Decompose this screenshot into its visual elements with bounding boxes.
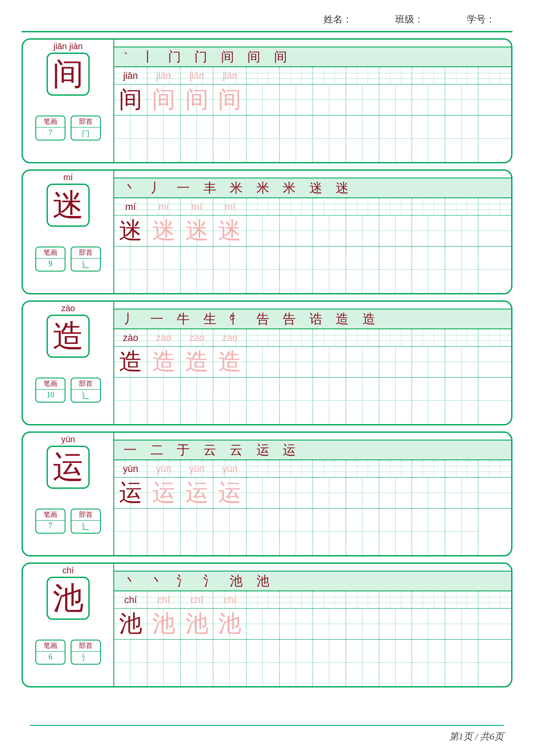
cell[interactable]: 池	[114, 609, 147, 640]
cell[interactable]	[313, 198, 346, 216]
cell[interactable]	[412, 347, 445, 378]
cell[interactable]	[445, 329, 478, 347]
cell[interactable]	[147, 247, 181, 293]
cell[interactable]	[247, 609, 280, 640]
cell[interactable]	[478, 378, 511, 424]
cell[interactable]	[114, 116, 147, 162]
cell[interactable]	[478, 478, 511, 509]
cell[interactable]	[478, 609, 511, 640]
cell[interactable]	[379, 329, 412, 347]
cell[interactable]	[379, 591, 412, 609]
cell[interactable]	[445, 198, 478, 216]
cell[interactable]: 池	[181, 609, 214, 640]
cell[interactable]: 池	[213, 609, 247, 640]
cell[interactable]	[412, 640, 445, 686]
cell[interactable]	[280, 116, 313, 162]
cell[interactable]	[445, 640, 478, 686]
cell[interactable]	[313, 67, 346, 84]
cell[interactable]	[313, 378, 346, 424]
cell[interactable]: zào	[147, 329, 181, 347]
cell[interactable]	[445, 67, 478, 84]
cell[interactable]: yùn	[213, 460, 247, 478]
cell[interactable]	[280, 329, 313, 347]
cell[interactable]	[478, 216, 511, 247]
cell[interactable]	[379, 67, 412, 84]
cell[interactable]	[379, 84, 412, 116]
cell[interactable]	[445, 509, 478, 555]
cell[interactable]	[313, 84, 346, 116]
cell[interactable]	[379, 378, 412, 424]
cell[interactable]	[114, 640, 147, 686]
cell[interactable]	[147, 640, 181, 686]
cell[interactable]	[247, 216, 280, 247]
cell[interactable]: chí	[181, 591, 214, 609]
cell[interactable]	[247, 198, 280, 216]
cell[interactable]	[147, 116, 181, 162]
cell[interactable]	[147, 378, 181, 424]
cell[interactable]	[247, 460, 280, 478]
cell[interactable]	[346, 216, 379, 247]
cell[interactable]	[445, 609, 478, 640]
cell[interactable]: 迷	[147, 216, 181, 247]
cell[interactable]	[346, 640, 379, 686]
cell[interactable]	[346, 198, 379, 216]
cell[interactable]: yùn	[114, 460, 147, 478]
cell[interactable]	[346, 609, 379, 640]
cell[interactable]	[478, 460, 511, 478]
cell[interactable]: 间	[147, 84, 181, 116]
cell[interactable]: mí	[181, 198, 214, 216]
cell[interactable]	[280, 378, 313, 424]
cell[interactable]	[247, 378, 280, 424]
id-field[interactable]: 学号：	[467, 13, 495, 26]
cell[interactable]	[280, 216, 313, 247]
cell[interactable]	[478, 247, 511, 293]
cell[interactable]: mí	[213, 198, 247, 216]
cell[interactable]: chí	[213, 591, 247, 609]
cell[interactable]	[379, 609, 412, 640]
cell[interactable]	[280, 591, 313, 609]
cell[interactable]	[313, 247, 346, 293]
cell[interactable]	[379, 116, 412, 162]
cell[interactable]	[280, 478, 313, 509]
cell[interactable]	[114, 378, 147, 424]
cell[interactable]	[247, 84, 280, 116]
cell[interactable]	[412, 198, 445, 216]
cell[interactable]	[247, 591, 280, 609]
cell[interactable]	[181, 247, 214, 293]
cell[interactable]	[412, 460, 445, 478]
cell[interactable]	[412, 84, 445, 116]
cell[interactable]	[412, 247, 445, 293]
cell[interactable]	[346, 591, 379, 609]
cell[interactable]	[478, 67, 511, 84]
cell[interactable]: mí	[147, 198, 181, 216]
cell[interactable]	[247, 347, 280, 378]
cell[interactable]	[445, 478, 478, 509]
cell[interactable]	[247, 247, 280, 293]
cell[interactable]	[379, 247, 412, 293]
cell[interactable]: 运	[114, 478, 147, 509]
cell[interactable]	[478, 198, 511, 216]
cell[interactable]	[313, 460, 346, 478]
cell[interactable]	[346, 84, 379, 116]
cell[interactable]: 造	[181, 347, 214, 378]
cell[interactable]: 运	[181, 478, 214, 509]
cell[interactable]: zào	[213, 329, 247, 347]
cell[interactable]	[412, 67, 445, 84]
cell[interactable]	[478, 84, 511, 116]
cell[interactable]	[313, 609, 346, 640]
cell[interactable]	[478, 347, 511, 378]
cell[interactable]	[412, 329, 445, 347]
cell[interactable]	[412, 609, 445, 640]
cell[interactable]	[346, 478, 379, 509]
cell[interactable]	[445, 116, 478, 162]
cell[interactable]	[181, 116, 214, 162]
cell[interactable]	[313, 591, 346, 609]
cell[interactable]	[213, 116, 247, 162]
cell[interactable]: 间	[213, 84, 247, 116]
cell[interactable]	[247, 116, 280, 162]
cell[interactable]	[379, 347, 412, 378]
cell[interactable]: 迷	[213, 216, 247, 247]
cell[interactable]: jiān	[181, 67, 214, 84]
cell[interactable]	[346, 116, 379, 162]
cell[interactable]	[280, 84, 313, 116]
